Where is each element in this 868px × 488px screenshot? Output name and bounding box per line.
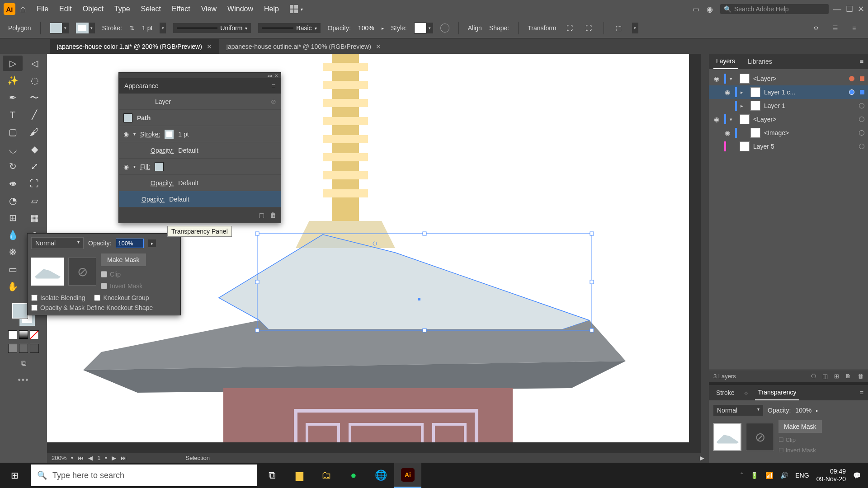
opacity-value[interactable]: 100% — [795, 407, 811, 414]
tab-libraries[interactable]: Libraries — [745, 54, 775, 69]
scale-tool[interactable]: ⤢ — [24, 159, 44, 174]
align-pixel-dropdown[interactable]: ▾ — [632, 23, 638, 33]
collapse-icon[interactable]: ◂◂ — [267, 73, 272, 78]
tab-stroke[interactable]: Stroke — [713, 385, 737, 400]
visibility-icon[interactable]: ◉ — [723, 129, 731, 136]
close-icon[interactable]: ✕ — [376, 43, 381, 50]
menu-edit[interactable]: Edit — [59, 5, 72, 13]
wifi-icon[interactable]: 📶 — [765, 472, 773, 479]
rectangle-tool[interactable]: ▢ — [3, 124, 23, 140]
first-artboard-icon[interactable]: ⏮ — [78, 455, 84, 461]
draw-behind-icon[interactable] — [19, 344, 28, 353]
make-mask-button[interactable]: Make Mask — [778, 420, 822, 433]
opacity-label[interactable]: Opacity: — [151, 179, 174, 187]
stroke-swatch[interactable] — [76, 23, 89, 33]
none-mode-icon[interactable] — [30, 330, 39, 339]
battery-icon[interactable]: 🔋 — [750, 472, 758, 479]
task-view-icon[interactable]: ⧉ — [259, 463, 286, 488]
style-dropdown[interactable]: ▾ — [427, 23, 433, 33]
illustrator-icon[interactable]: Ai — [394, 463, 421, 488]
twisty-icon[interactable]: ▸ — [741, 89, 747, 95]
workspace-switcher[interactable]: ▾ — [290, 5, 303, 13]
gradient-tool[interactable]: ▦ — [24, 210, 44, 225]
notifications-icon[interactable]: 💬 — [853, 472, 861, 479]
edit-toolbar-icon[interactable]: ••• — [0, 375, 47, 385]
prev-artboard-icon[interactable]: ◀ — [88, 455, 93, 461]
delete-icon[interactable]: 🗑 — [858, 373, 863, 380]
align-pixel-icon[interactable]: ⬚ — [613, 22, 625, 34]
panel-toggle-1-icon[interactable]: ፨ — [810, 22, 822, 34]
style-swatch[interactable] — [414, 23, 427, 33]
menu-window[interactable]: Window — [227, 5, 253, 13]
target-icon[interactable] — [849, 89, 854, 95]
target-icon[interactable] — [859, 144, 864, 149]
shape-btn-label[interactable]: Shape: — [489, 24, 509, 32]
hand-tool[interactable]: ✋ — [3, 279, 23, 294]
clip-mask-icon[interactable]: ◫ — [822, 373, 828, 380]
close-button[interactable]: ✕ — [858, 4, 864, 14]
type-tool[interactable]: T — [3, 107, 23, 122]
delete-icon[interactable]: 🗑 — [270, 211, 276, 219]
twisty-icon[interactable]: ▾ — [730, 117, 736, 122]
arrange-docs-icon[interactable]: ▭ — [693, 5, 699, 14]
locate-icon[interactable]: ⎔ — [811, 373, 816, 380]
lang-indicator[interactable]: ENG — [795, 472, 809, 479]
taskbar-search[interactable]: 🔍 Type here to search — [31, 465, 257, 486]
visibility-icon[interactable]: ◉ — [723, 89, 731, 96]
visibility-icon[interactable]: ◉ — [123, 131, 129, 138]
stroke-weight[interactable]: 1 pt — [178, 131, 189, 138]
isolate-checkbox[interactable]: Isolate Blending Knockout Group — [31, 294, 177, 301]
twisty-icon[interactable]: ▾ — [133, 131, 136, 136]
menu-view[interactable]: View — [201, 5, 217, 13]
pen-tool[interactable]: ✒ — [3, 90, 23, 105]
blend-mode-select[interactable]: Normal▾ — [713, 405, 763, 416]
menu-effect[interactable]: Effect — [172, 5, 190, 13]
new-sublayer-icon[interactable]: ⊞ — [834, 373, 839, 380]
next-artboard-icon[interactable]: ▶ — [112, 455, 116, 461]
sound-icon[interactable]: 🔊 — [780, 472, 788, 479]
minimize-button[interactable]: — — [833, 5, 841, 14]
visibility-icon[interactable]: ◉ — [712, 116, 721, 123]
opacity-value[interactable]: 100% — [358, 24, 374, 32]
tab-doc-1[interactable]: japanese-house color 1.ai* @ 200% (RGB/P… — [50, 39, 219, 54]
search-help[interactable]: 🔍 Search Adobe Help — [720, 4, 829, 14]
transform-label[interactable]: Transform — [528, 24, 556, 32]
panel-menu-icon[interactable]: ≡ — [848, 22, 860, 34]
width-tool[interactable]: ⇼ — [3, 176, 23, 191]
scrollbar-vertical[interactable] — [701, 54, 709, 463]
draw-inside-icon[interactable] — [30, 344, 39, 353]
file-explorer-icon[interactable]: 🗂 — [313, 463, 340, 488]
new-fill-icon[interactable]: ▢ — [259, 211, 264, 219]
stroke-dropdown[interactable]: ▾ — [89, 23, 95, 33]
chrome-icon[interactable]: 🌐 — [367, 463, 394, 488]
layer-row[interactable]: Layer 5 — [709, 140, 868, 153]
twisty-icon[interactable]: ▾ — [133, 164, 136, 169]
twisty-icon[interactable]: ▸ — [741, 103, 747, 109]
artboard-number[interactable]: 1 — [97, 455, 100, 461]
define-knockout-checkbox[interactable]: Opacity & Mask Define Knockout Shape — [31, 304, 177, 311]
layer-row[interactable]: ▸ Layer 1 — [709, 99, 868, 113]
opacity-label[interactable]: Opacity: — [142, 196, 165, 203]
layer-link-icon[interactable]: ⊘ — [271, 98, 276, 105]
selection-tool[interactable]: ▷ — [3, 56, 23, 71]
fill-swatch[interactable] — [155, 162, 164, 171]
brush-def[interactable]: Basic▾ — [258, 23, 320, 33]
rotate-tool[interactable]: ↻ — [3, 159, 23, 174]
stroke-swatch[interactable] — [165, 130, 174, 139]
layer-row[interactable]: ◉ ▸ Layer 1 c... — [709, 85, 868, 99]
curvature-tool[interactable]: 〜 — [24, 90, 44, 105]
zoom-value[interactable]: 200% — [52, 455, 66, 461]
tab-layers[interactable]: Layers — [713, 54, 738, 69]
layer-row[interactable]: ◉ ▾ <Layer> — [709, 72, 868, 85]
make-mask-button[interactable]: Make Mask — [101, 253, 146, 266]
menu-help[interactable]: Help — [264, 5, 279, 13]
menu-type[interactable]: Type — [114, 5, 130, 13]
start-button[interactable]: ⊞ — [0, 463, 29, 488]
last-artboard-icon[interactable]: ⏭ — [121, 455, 127, 461]
transparency-popup[interactable]: Normal▾ Opacity: ▸ ⊘ Make Mask Clip Inve… — [27, 233, 181, 315]
stroke-weight-value[interactable]: 1 pt — [142, 24, 152, 32]
layer-row[interactable]: ◉ ▾ <Layer> — [709, 113, 868, 126]
mesh-tool[interactable]: ⊞ — [3, 210, 23, 225]
shape-builder-tool[interactable]: ◔ — [3, 193, 23, 208]
invert-checkbox[interactable]: ☐ Invert Mask — [778, 447, 822, 454]
